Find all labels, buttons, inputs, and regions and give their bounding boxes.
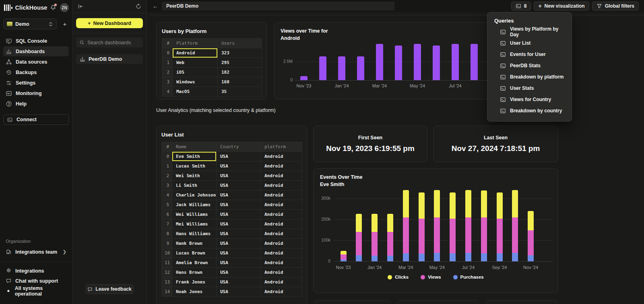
events-bar-segment-purchases[interactable] <box>450 253 456 261</box>
table-cell[interactable]: Android <box>261 161 302 171</box>
events-bar-segment-clicks[interactable] <box>419 192 425 218</box>
events-bar-segment-clicks[interactable] <box>528 211 534 230</box>
search-dashboards-field[interactable] <box>76 37 143 48</box>
events-bar-segment-purchases[interactable] <box>481 253 487 261</box>
table-cell[interactable]: Jack Williams <box>172 200 217 210</box>
table-cell[interactable]: Android <box>261 219 302 229</box>
events-bar-segment-views[interactable] <box>434 217 440 253</box>
sidebar-item-dashboards[interactable]: Dashboards <box>3 46 69 56</box>
table-cell[interactable]: USA <box>217 287 261 297</box>
events-bar-segment-views[interactable] <box>403 217 409 253</box>
events-bar-segment-purchases[interactable] <box>465 253 471 261</box>
table-cell[interactable]: Wei Smith <box>172 171 217 181</box>
row-index-cell[interactable]: 13 <box>162 277 172 287</box>
table-cell[interactable]: Web <box>173 58 218 68</box>
events-bar-segment-clicks[interactable] <box>465 190 471 217</box>
table-cell[interactable]: USA <box>217 152 261 161</box>
events-bar-segment-clicks[interactable] <box>497 192 503 218</box>
events-bar-segment-views[interactable] <box>465 217 471 253</box>
events-bar-segment-purchases[interactable] <box>497 253 503 261</box>
table-cell[interactable]: USA <box>217 171 261 181</box>
table-cell[interactable]: Wei Williams <box>172 210 217 219</box>
table-cell[interactable]: MacOS <box>173 87 218 97</box>
views-bar[interactable] <box>395 45 402 80</box>
sidebar-item-data-sources[interactable]: Data sources <box>3 57 69 67</box>
row-index-cell[interactable]: 1 <box>162 58 173 68</box>
row-index-cell[interactable]: 8 <box>162 229 172 239</box>
views-bar[interactable] <box>376 44 383 80</box>
table-cell[interactable]: Mei Williams <box>172 219 217 229</box>
table-cell[interactable]: USA <box>217 219 261 229</box>
table-cell[interactable]: Android <box>173 48 218 58</box>
views-bar[interactable] <box>300 76 308 80</box>
events-bar-segment-purchases[interactable] <box>356 255 362 261</box>
dashboard-list-item[interactable]: PeerDB Demo <box>76 54 143 64</box>
views-bar[interactable] <box>452 44 459 80</box>
table-cell[interactable]: Android <box>261 171 302 181</box>
views-bar[interactable] <box>319 56 326 80</box>
events-bar-segment-clicks[interactable] <box>403 190 409 217</box>
events-bar-segment-views[interactable] <box>356 232 362 255</box>
events-bar-segment-clicks[interactable] <box>372 214 378 232</box>
events-bar-segment-purchases[interactable] <box>341 260 347 261</box>
table-cell[interactable]: USA <box>217 268 261 277</box>
events-bar-segment-purchases[interactable] <box>387 256 393 261</box>
row-index-cell[interactable]: 3 <box>162 181 172 190</box>
events-bar-segment-views[interactable] <box>481 217 487 253</box>
sidebar-item-help[interactable]: Help <box>3 99 69 109</box>
row-index-cell[interactable]: 14 <box>162 287 172 297</box>
events-bar-segment-clicks[interactable] <box>512 190 518 217</box>
events-bar-segment-purchases[interactable] <box>528 255 534 261</box>
table-cell[interactable]: 323 <box>218 48 262 58</box>
row-index-cell[interactable]: 4 <box>162 190 172 200</box>
row-index-cell[interactable]: 7 <box>162 219 172 229</box>
row-index-cell[interactable]: 2 <box>162 171 172 181</box>
table-cell[interactable]: Android <box>261 200 302 210</box>
query-item-views-by-platform-by-day[interactable]: Views by Platform by Day <box>487 26 572 37</box>
connect-button[interactable]: Connect <box>3 114 69 125</box>
row-index-cell[interactable]: 1 <box>162 161 172 171</box>
table-cell[interactable]: Android <box>261 239 302 248</box>
queries-count-button[interactable]: 8 <box>511 2 531 10</box>
new-dashboard-button[interactable]: + New Dashboard <box>76 18 143 28</box>
events-bar-segment-purchases[interactable] <box>419 254 425 261</box>
events-bar-segment-views[interactable] <box>341 254 347 259</box>
row-index-cell[interactable]: 2 <box>162 68 173 77</box>
table-cell[interactable]: Amelia Brown <box>172 258 217 268</box>
workspace-selector[interactable]: Demo <box>3 19 57 29</box>
legend-item-views[interactable]: Views <box>421 275 441 279</box>
table-cell[interactable]: Charlie Johnson <box>172 190 217 200</box>
sidebar-item-all-systems-operational[interactable]: All systems operational <box>3 286 69 296</box>
notifications-bell-icon[interactable] <box>50 4 57 11</box>
legend-item-clicks[interactable]: Clicks <box>388 275 409 279</box>
table-cell[interactable]: Frank Jones <box>172 277 217 287</box>
refresh-icon[interactable] <box>135 3 142 10</box>
events-bar-segment-purchases[interactable] <box>403 253 409 261</box>
table-cell[interactable]: Android <box>261 190 302 200</box>
table-cell[interactable]: Android <box>261 258 302 268</box>
sidebar-item-integrations-team[interactable]: Integrations team ❯ <box>3 247 69 257</box>
row-index-cell[interactable]: 6 <box>162 210 172 219</box>
table-cell[interactable]: Android <box>261 152 302 161</box>
table-cell[interactable]: Lucas Brown <box>172 248 217 258</box>
clickhouse-logo[interactable]: ClickHouse <box>4 4 47 11</box>
sidebar-item-chat-with-support[interactable]: Chat with support <box>3 276 69 286</box>
query-item-user-list[interactable]: User List <box>487 37 572 49</box>
query-item-breakdown-by-platform[interactable]: Breakdown by platform <box>487 71 572 83</box>
table-cell[interactable]: USA <box>217 161 261 171</box>
row-index-cell[interactable]: 3 <box>162 77 173 87</box>
table-cell[interactable]: Eve Smith <box>172 152 217 161</box>
table-cell[interactable]: Android <box>261 268 302 277</box>
views-bar[interactable] <box>357 56 364 80</box>
row-index-cell[interactable]: 0 <box>162 152 172 161</box>
table-cell[interactable]: USA <box>217 181 261 190</box>
events-bar-segment-clicks[interactable] <box>450 192 456 218</box>
table-cell[interactable]: Android <box>261 277 302 287</box>
table-cell[interactable]: Hans Williams <box>172 229 217 239</box>
add-service-button[interactable]: + <box>61 21 69 27</box>
table-cell[interactable]: 182 <box>218 68 262 77</box>
events-bar-segment-views[interactable] <box>528 230 534 255</box>
events-bar-segment-purchases[interactable] <box>434 253 440 261</box>
table-cell[interactable]: USA <box>217 190 261 200</box>
table-cell[interactable]: Android <box>261 229 302 239</box>
